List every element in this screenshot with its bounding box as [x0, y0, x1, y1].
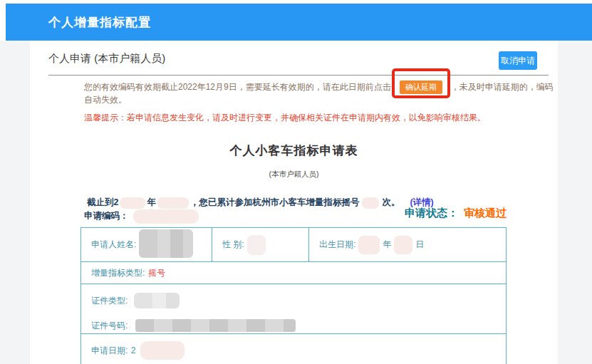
id-type-label: 证件类型:	[91, 296, 128, 306]
birth-day-text: 日	[415, 239, 424, 251]
apply-date-prefix: 2	[131, 345, 136, 355]
validity-notice: 您的有效编码有效期截止2022年12月9日，需要延长有效期的，请在此日期前点击确…	[84, 80, 554, 123]
app-header-bar: 个人增量指标配置	[6, 4, 592, 41]
redacted-id-number	[135, 319, 296, 332]
birth-date-label: 出生日期:	[319, 239, 355, 251]
application-card: 个人申请 (本市户籍人员) 取消申请 您的有效编码有效期截止2022年12月9日…	[30, 41, 558, 364]
detail-link[interactable]: (详情)	[410, 197, 433, 207]
redacted-count	[362, 197, 379, 209]
warm-tip-text: 温馨提示：若申请信息发生变化，请及时进行变更，并确保相关证件在申请期内有效，以免…	[84, 112, 554, 123]
table-row-apply-info: 申请日期: 2 是否申请参加阶梯摇号:	[81, 334, 506, 364]
status-value: 审核通过	[464, 207, 507, 219]
application-status: 申请状态：审核通过	[405, 207, 507, 220]
application-table: 申请人姓名: 性 别: 出生日期: 年 日 增量指标类型: 摇号	[81, 227, 507, 364]
page-title: 个人增量指标配置	[48, 14, 151, 31]
applicant-name-label: 申请人姓名:	[91, 239, 136, 251]
confirm-delay-button[interactable]: 确认延期	[400, 80, 442, 94]
confirm-delay-wrap: 确认延期	[400, 80, 442, 94]
birth-year-text: 年	[383, 239, 391, 251]
cell-applicant-name: 申请人姓名:	[81, 228, 212, 261]
form-title: 个人小客车指标申请表	[30, 142, 558, 159]
section-divider	[48, 75, 549, 76]
id-number-line: 证件号码:	[91, 318, 506, 332]
stats-part4: 次。	[382, 197, 400, 207]
application-code-line: 申请编码：	[84, 209, 199, 224]
redacted-id-type	[134, 293, 180, 308]
notice-text-before: 您的有效编码有效期截止2022年12月9日，需要延长有效期的，请在此日期前点击	[84, 82, 391, 92]
redacted-date	[157, 197, 189, 209]
redacted-gender	[247, 235, 266, 255]
apply-date-line: 申请日期: 2	[91, 341, 506, 360]
cancel-application-button[interactable]: 取消申请	[499, 51, 537, 70]
gender-label: 性 别:	[222, 239, 244, 251]
redacted-application-code	[133, 209, 199, 224]
table-row-quota-type: 增量指标类型: 摇号	[81, 262, 506, 284]
stats-part2: 年	[147, 197, 156, 207]
status-label: 申请状态：	[405, 207, 458, 219]
redacted-apply-date	[140, 341, 185, 360]
quota-type-label: 增量指标类型:	[91, 267, 145, 279]
id-type-line: 证件类型:	[91, 293, 506, 308]
redacted-birth-year	[358, 236, 380, 254]
cell-birth-date: 出生日期: 年 日	[309, 228, 506, 261]
redacted-year	[120, 197, 145, 209]
page: 个人增量指标配置 个人申请 (本市户籍人员) 取消申请 您的有效编码有效期截止2…	[0, 0, 592, 364]
quota-type-value: 摇号	[148, 267, 165, 279]
redacted-birth-month	[394, 236, 412, 254]
apply-date-label: 申请日期:	[91, 345, 128, 355]
stats-part3: ，您已累计参加杭州市小客车增量指标摇号	[190, 197, 360, 207]
cell-gender: 性 别:	[212, 228, 309, 261]
application-code-label: 申请编码：	[84, 211, 129, 221]
table-row-credential: 证件类型: 证件号码:	[81, 284, 506, 334]
redacted-applicant-name	[139, 229, 193, 258]
form-subtitle: (本市户籍人员)	[30, 170, 558, 180]
section-title: 个人申请 (本市户籍人员)	[48, 52, 165, 66]
stats-part1: 截止到2	[87, 197, 118, 207]
table-row-identity: 申请人姓名: 性 别: 出生日期: 年 日	[81, 228, 506, 262]
lottery-stats-line: 截止到2年，您已累计参加杭州市小客车增量指标摇号次。(详情)	[87, 197, 434, 209]
validity-notice-line1: 您的有效编码有效期截止2022年12月9日，需要延长有效期的，请在此日期前点击确…	[84, 80, 554, 105]
id-number-label: 证件号码:	[91, 321, 128, 331]
